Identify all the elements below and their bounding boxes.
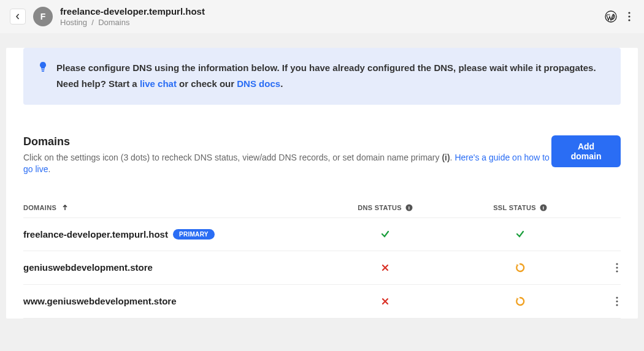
lightbulb-icon — [38, 61, 48, 75]
header-title-block: freelance-developer.tempurl.host Hosting… — [60, 6, 597, 27]
table-row: www.geniuswebdevelopment.store — [23, 285, 621, 319]
svg-point-2 — [628, 15, 630, 17]
domains-table: DOMAINS DNS STATUS i SSL STATUS i freela… — [23, 193, 621, 319]
svg-point-13 — [616, 296, 618, 298]
more-vert-icon[interactable] — [616, 296, 618, 307]
dns-status — [318, 263, 453, 272]
breadcrumb-current: Domains — [98, 18, 129, 27]
banner-text: Please configure DNS using the informati… — [56, 60, 606, 92]
banner-part1: Please configure DNS using the informati… — [56, 62, 596, 89]
domain-cell: freelance-developer.tempurl.host PRIMARY — [23, 229, 318, 240]
svg-text:i: i — [543, 205, 545, 211]
domain-name: www.geniuswebdevelopment.store — [23, 296, 177, 306]
back-button[interactable] — [10, 9, 26, 25]
dns-status — [318, 297, 453, 306]
app-header: F freelance-developer.tempurl.host Hosti… — [0, 0, 644, 33]
dns-status — [318, 229, 453, 239]
svg-text:i: i — [408, 205, 410, 211]
table-row: freelance-developer.tempurl.host PRIMARY — [23, 218, 621, 251]
col-header-ssl: SSL STATUS i — [453, 204, 588, 211]
dns-docs-link[interactable]: DNS docs — [237, 78, 280, 89]
svg-point-3 — [628, 19, 630, 21]
main-content: Please configure DNS using the informati… — [6, 48, 638, 319]
col-header-dns: DNS STATUS i — [318, 204, 453, 211]
banner-part2: or check our — [177, 78, 237, 89]
breadcrumb: Hosting / Domains — [60, 18, 597, 27]
domain-cell: geniuswebdevelopment.store — [23, 262, 318, 273]
svg-rect-5 — [42, 71, 44, 72]
section-subtitle: Click on the settings icon (3 dots) to r… — [23, 152, 551, 176]
chevron-left-icon — [15, 13, 21, 20]
domain-name: geniuswebdevelopment.store — [23, 262, 153, 273]
add-domain-button[interactable]: Add domain — [551, 135, 621, 167]
wordpress-icon[interactable] — [605, 10, 617, 23]
domain-name: freelance-developer.tempurl.host — [23, 229, 168, 240]
primary-badge: PRIMARY — [173, 229, 215, 240]
more-vert-icon[interactable] — [624, 11, 634, 22]
info-icon[interactable]: i — [405, 204, 413, 211]
site-avatar: F — [33, 7, 53, 26]
ssl-status — [453, 263, 588, 273]
info-icon[interactable]: i — [540, 204, 547, 211]
row-actions — [588, 262, 621, 273]
svg-point-15 — [616, 304, 618, 306]
svg-rect-4 — [42, 69, 45, 70]
breadcrumb-root[interactable]: Hosting — [60, 18, 87, 27]
col-header-domains[interactable]: DOMAINS — [23, 204, 318, 211]
row-actions — [588, 296, 621, 307]
ssl-status — [453, 296, 588, 306]
more-vert-icon[interactable] — [616, 262, 618, 273]
svg-point-12 — [616, 270, 618, 272]
table-header: DOMAINS DNS STATUS i SSL STATUS i — [23, 193, 621, 218]
header-actions — [605, 10, 634, 23]
ssl-status — [453, 229, 588, 239]
site-title: freelance-developer.tempurl.host — [60, 6, 597, 17]
section-header: Domains Click on the settings icon (3 do… — [23, 135, 621, 176]
live-chat-link[interactable]: live chat — [140, 78, 177, 89]
table-row: geniuswebdevelopment.store — [23, 251, 621, 285]
section-title: Domains — [23, 135, 551, 148]
breadcrumb-separator: / — [91, 18, 94, 27]
svg-point-11 — [616, 266, 618, 268]
domains-section: Domains Click on the settings icon (3 do… — [6, 135, 638, 319]
svg-point-14 — [616, 300, 618, 302]
banner-part3: . — [280, 78, 283, 89]
svg-point-10 — [616, 263, 618, 265]
sort-asc-icon — [61, 204, 69, 211]
dns-info-banner: Please configure DNS using the informati… — [23, 48, 621, 105]
domain-cell: www.geniuswebdevelopment.store — [23, 296, 318, 306]
svg-point-1 — [628, 12, 630, 13]
